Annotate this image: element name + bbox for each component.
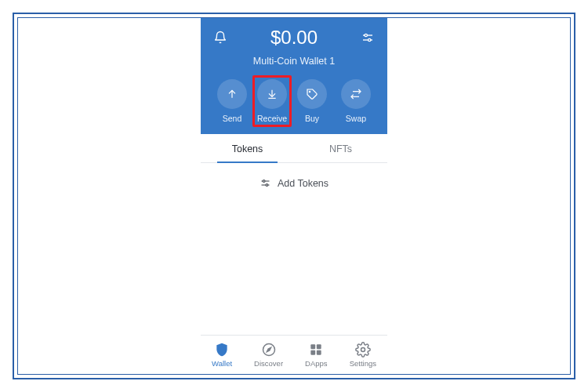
- svg-point-11: [263, 180, 265, 183]
- nav-discover[interactable]: Discover: [254, 342, 283, 368]
- action-row: Send Receive: [212, 79, 376, 123]
- filter-icon: [260, 177, 271, 189]
- send-label: Send: [223, 114, 242, 123]
- svg-point-20: [361, 348, 365, 352]
- swap-button[interactable]: Swap: [336, 79, 376, 123]
- token-list: Add Tokens: [201, 163, 387, 335]
- receive-label: Receive: [257, 114, 287, 123]
- svg-rect-17: [317, 344, 321, 349]
- nav-dapps-label: DApps: [305, 359, 328, 368]
- svg-marker-15: [267, 348, 270, 352]
- buy-button[interactable]: Buy: [292, 79, 332, 123]
- wallet-name[interactable]: Multi-Coin Wallet 1: [212, 56, 376, 67]
- nav-discover-label: Discover: [254, 359, 283, 368]
- compass-icon: [261, 342, 277, 358]
- nav-wallet-label: Wallet: [212, 359, 232, 368]
- asset-tabs: Tokens NFTs: [201, 134, 387, 163]
- gear-icon: [355, 342, 371, 358]
- svg-rect-19: [317, 350, 321, 355]
- tab-tokens[interactable]: Tokens: [201, 134, 294, 162]
- shield-icon: [214, 342, 230, 358]
- balance-amount: $0.00: [229, 27, 359, 49]
- bottom-nav: Wallet Discover: [201, 335, 387, 374]
- add-tokens-label: Add Tokens: [278, 178, 328, 189]
- wallet-app: $0.00 Multi-Coin Wallet 1: [201, 18, 387, 374]
- svg-rect-18: [311, 350, 316, 355]
- settings-filter-icon[interactable]: [359, 29, 376, 46]
- nav-settings-label: Settings: [350, 359, 376, 368]
- svg-point-3: [368, 38, 371, 41]
- send-button[interactable]: Send: [212, 79, 252, 123]
- grid-icon: [308, 342, 324, 358]
- svg-point-7: [309, 91, 310, 92]
- svg-point-13: [266, 184, 268, 187]
- nav-dapps[interactable]: DApps: [305, 342, 328, 368]
- buy-label: Buy: [305, 114, 319, 123]
- wallet-header: $0.00 Multi-Coin Wallet 1: [201, 18, 387, 134]
- svg-point-1: [365, 34, 367, 36]
- nav-settings[interactable]: Settings: [350, 342, 376, 368]
- tab-nfts[interactable]: NFTs: [294, 134, 387, 162]
- receive-button[interactable]: Receive: [252, 75, 292, 127]
- notifications-icon[interactable]: [212, 29, 229, 46]
- add-tokens-button[interactable]: Add Tokens: [201, 163, 387, 203]
- nav-wallet[interactable]: Wallet: [212, 342, 232, 368]
- swap-label: Swap: [346, 114, 366, 123]
- svg-rect-16: [311, 344, 316, 349]
